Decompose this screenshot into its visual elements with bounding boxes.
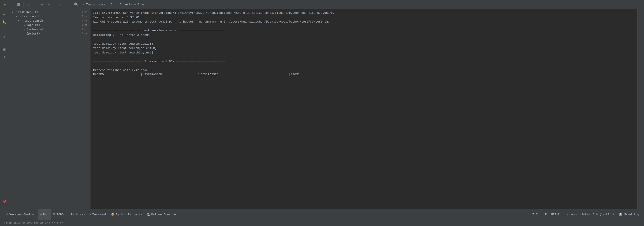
test-results-panel: ▼ ✓ Test Results 0 ms ▼ ✓ test_demo1 0 m… <box>9 9 90 209</box>
python-packages-icon: 📦 <box>111 213 114 216</box>
problems-icon: ⚠ <box>68 213 70 216</box>
tree-time: 0 ms <box>82 10 89 13</box>
tree-label: (pytest) <box>26 32 40 35</box>
run-label: Run <box>43 213 48 216</box>
left-history-icon[interactable]: ☰ <box>1 46 8 53</box>
tree-time: 0 ms <box>82 23 89 26</box>
output-line-10: test_demo1.py::test_search[pytest] <box>93 51 634 55</box>
pass-check-icon: ✓ <box>24 32 26 35</box>
todo-icon: ☰ <box>53 213 56 216</box>
indent-item[interactable]: 4 spaces <box>562 213 579 216</box>
chevron-icon: ▼ <box>12 11 14 13</box>
tree-label: (appium) <box>26 23 40 27</box>
tree-time: 0 ms <box>82 15 89 18</box>
up-button[interactable]: ↑ <box>56 2 62 7</box>
left-settings-icon[interactable]: ⚙ <box>1 34 8 41</box>
indent-label: 4 spaces <box>564 213 577 216</box>
stop-button[interactable]: ⏹ <box>16 2 21 7</box>
tree-item-demo1[interactable]: ▼ ✓ test_demo1 0 ms <box>9 14 90 18</box>
pass-check-icon: ✓ <box>24 28 26 31</box>
python-version-label: Python 3.8 (testPro) <box>581 213 614 216</box>
chevron-icon: ▼ <box>18 19 21 22</box>
run-item[interactable]: ▶ Run <box>38 209 51 220</box>
output-line-2: Testing started at 6:37 PM ... <box>93 15 634 20</box>
sort-desc-button[interactable]: ⇵ <box>33 2 38 7</box>
run-icon: ▶ <box>40 213 42 216</box>
todo-item[interactable]: ☰ TODO <box>51 209 66 220</box>
test-tree: ▼ ✓ Test Results 0 ms ▼ ✓ test_demo1 0 m… <box>9 9 90 209</box>
python-console-icon: 🐍 <box>147 213 150 216</box>
event-log-label: Event Log <box>624 213 639 216</box>
output-line-4 <box>93 24 634 29</box>
tree-label: (selenium) <box>26 27 44 31</box>
right-sidebar <box>637 9 644 209</box>
filter-button[interactable]: ≡ <box>40 2 45 7</box>
output-line-6: collecting ... collected 3 items <box>93 33 634 37</box>
left-profile-icon[interactable]: ⚡ <box>1 26 8 33</box>
run-button[interactable]: ▶ <box>2 2 8 7</box>
output-line-11 <box>93 55 634 59</box>
tree-item-appium[interactable]: ✓ (appium) 0 ms <box>9 23 90 27</box>
search-button[interactable]: 🔍 <box>74 2 79 7</box>
pass-check-icon: ✓ <box>22 19 23 22</box>
toolbar-separator3 <box>71 2 71 7</box>
output-line-8: test_demo1.py::test_search[appium] <box>93 42 634 46</box>
problems-label: Problems <box>71 213 85 216</box>
pass-check-icon: ✓ <box>24 23 26 27</box>
version-control-item[interactable]: ⎇ Version Control <box>3 209 38 220</box>
output-line-13 <box>93 64 634 68</box>
output-line-14: Process finished with exit code 0 <box>93 68 634 73</box>
filter2-button[interactable]: ⇌ <box>46 2 52 7</box>
left-sidebar: ▶ 🐛 ⚡ ⚙ ☰ ⊞ 📌 <box>0 9 9 209</box>
event-log-badge: 2 <box>619 213 622 216</box>
status-right: 7:31 LF UTF-8 4 spaces Python 3.8 (testP… <box>530 213 641 216</box>
event-log-item[interactable]: 2 Event Log <box>616 213 641 216</box>
tree-label: Test Results <box>18 10 38 14</box>
passed-check-icon: ✓ <box>9 2 14 7</box>
left-run-icon[interactable]: ▶ <box>1 11 8 18</box>
terminal-icon: ▬ <box>90 213 91 216</box>
output-line-7 <box>93 37 634 42</box>
toolbar-separator2 <box>54 2 54 7</box>
down-button[interactable]: ↓ <box>63 2 69 7</box>
terminal-label: Terminal <box>92 213 107 216</box>
output-line-1: /Library/Frameworks/Python.framework/Ver… <box>93 11 634 15</box>
pass-check-icon: ✓ <box>20 15 21 18</box>
line-col-label: 7:31 <box>532 213 539 216</box>
tree-time: 0 ms <box>82 19 89 22</box>
output-line-15: PASSED [ 33%]PASSED [ 66%]PASSED [100%] <box>93 72 634 77</box>
python-packages-item[interactable]: 📦 Python Packages <box>109 209 144 220</box>
tree-label: test_demo1 <box>22 15 39 18</box>
output-line-5: =========================== test session… <box>93 28 634 33</box>
tree-item-pytest[interactable]: ✓ (pytest) 0 ms <box>9 31 90 36</box>
encoding-item[interactable]: UTF-8 <box>549 213 562 216</box>
terminal-item[interactable]: ▬ Terminal <box>87 209 109 220</box>
tree-item-search[interactable]: ▼ ✓ test_search 0 ms <box>9 18 90 23</box>
line-ending-item[interactable]: LF <box>541 213 549 216</box>
python-console-label: Python Console <box>151 213 176 216</box>
problems-item[interactable]: ⚠ Problems <box>66 209 87 220</box>
toolbar: ▶ ✓ ⏹ ⇅ ⇵ ≡ ⇌ ↑ ↓ 🔍 ✓ Tests passed: 3 of… <box>0 0 644 9</box>
status-text: Tests passed: 3 of 3 tests – 0 ms <box>86 3 144 6</box>
tree-time: 0 ms <box>82 32 89 35</box>
todo-label: TODO <box>56 213 64 216</box>
tree-item-selenium[interactable]: ✓ (selenium) 0 ms <box>9 27 90 31</box>
sort-asc-button[interactable]: ⇅ <box>26 2 32 7</box>
pass-check-icon: ✓ <box>16 10 17 14</box>
output-line-3: Launching pytest with arguments test_dem… <box>93 20 634 24</box>
toolbar-separator <box>24 2 24 7</box>
left-search-icon[interactable]: ⊞ <box>1 54 8 60</box>
python-console-item[interactable]: 🐍 Python Console <box>144 209 178 220</box>
version-control-label: Version Control <box>9 213 36 216</box>
left-debug-icon[interactable]: 🐛 <box>1 18 8 25</box>
tree-item-results[interactable]: ▼ ✓ Test Results 0 ms <box>9 10 90 14</box>
left-pin-icon[interactable]: 📌 <box>1 199 8 205</box>
warning-text: PEP 8: W292 no newline at end of file <box>3 222 63 225</box>
test-status: ✓ Tests passed: 3 of 3 tests – 0 ms <box>82 3 144 6</box>
warning-bar: PEP 8: W292 no newline at end of file <box>0 220 644 226</box>
line-col-item[interactable]: 7:31 <box>530 213 541 216</box>
encoding-label: UTF-8 <box>551 213 560 216</box>
tree-label: test_search <box>24 19 43 22</box>
python-version-item[interactable]: Python 3.8 (testPro) <box>579 213 616 216</box>
version-control-icon: ⎇ <box>5 213 8 216</box>
